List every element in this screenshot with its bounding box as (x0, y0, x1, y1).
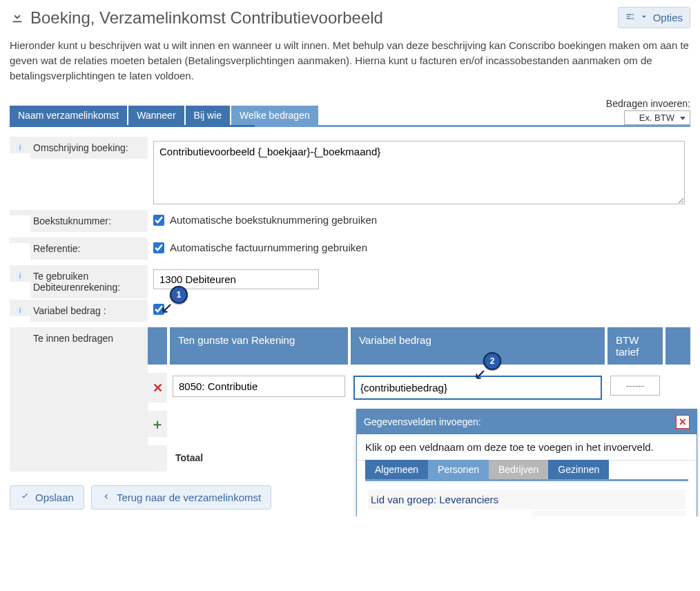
dropdown-fields: Lid van groep: Leveranciers Leeftijd 1 j… (357, 488, 697, 516)
info-placeholder (10, 238, 30, 243)
callout-1-arrow (160, 302, 173, 315)
btw-label: Bedragen invoeren: (606, 98, 690, 109)
tabs-row: Naam verzamelinkomst Wanneer Bij wie Wel… (10, 98, 690, 125)
dd-field[interactable]: Lid van groep: Leveranciers (368, 490, 686, 510)
row-boekstuk: Boekstuknummer: Automatische boekstuknum… (10, 210, 690, 238)
omschrijving-label: Omschrijving boeking: (30, 137, 148, 159)
row-omschrijving: i Omschrijving boeking: (10, 137, 690, 210)
info-icon[interactable]: i (10, 300, 30, 316)
fields-dropdown-panel: Gegevensvelden invoegen: ✕ Klik op een v… (356, 409, 697, 516)
dd-field[interactable]: Contributiebedrag (532, 511, 686, 516)
svg-text:i: i (19, 273, 21, 280)
btw-select[interactable]: Ex. BTW (624, 110, 690, 125)
sliders-icon (625, 12, 635, 23)
referentie-label: Referentie: (30, 238, 148, 260)
svg-text:i: i (19, 145, 21, 152)
header-left: Boeking, Verzamelinkomst Contributievoor… (10, 8, 383, 28)
info-placeholder (10, 210, 30, 215)
dropdown-tabs-underline (365, 479, 688, 481)
tabs-underline (10, 125, 690, 127)
head-rekening: Ten gunste van Rekening (170, 327, 348, 365)
referentie-check-label: Automatische factuurnummering gebruiken (170, 242, 367, 253)
add-row-button[interactable]: ＋ (148, 411, 167, 437)
back-button[interactable]: Terug naar de verzamelinkomst (91, 485, 271, 510)
btw-input[interactable] (610, 376, 660, 396)
dropdown-hint: Klik op een veldnaam om deze toe te voeg… (357, 434, 697, 461)
row-referentie: Referentie: Automatische factuurnummerin… (10, 238, 690, 265)
totaal-label: Totaal (170, 445, 348, 472)
back-label: Terug naar de verzamelinkomst (117, 492, 261, 503)
dd-tab-algemeen[interactable]: Algemeen (365, 460, 428, 479)
callout-1: 1 (170, 286, 188, 304)
options-label: Opties (653, 12, 683, 23)
boekstuk-checkbox[interactable] (153, 215, 164, 226)
main-tabs: Naam verzamelinkomst Wanneer Bij wie Wel… (10, 106, 318, 125)
innen-label: Te innen bedragen (30, 327, 148, 472)
omschrijving-input[interactable] (153, 141, 685, 204)
referentie-checkbox[interactable] (153, 242, 164, 253)
dropdown-title: Gegevensvelden invoegen: (364, 416, 481, 427)
info-placeholder (10, 327, 30, 472)
page-title: Boeking, Verzamelinkomst Contributievoor… (30, 8, 383, 28)
info-icon[interactable]: i (10, 265, 30, 282)
head-variabel: Variabel bedrag (351, 327, 605, 365)
dropdown-close-button[interactable]: ✕ (676, 415, 690, 429)
arrow-left-icon (101, 492, 111, 503)
boekstuk-label: Boekstuknummer: (30, 210, 148, 232)
rekening-input[interactable] (173, 376, 345, 397)
chevron-down-icon (639, 12, 649, 23)
variabel-label: Variabel bedrag : (30, 300, 148, 322)
btw-select-group: Bedragen invoeren: Ex. BTW (606, 98, 690, 125)
info-icon[interactable]: i (10, 137, 30, 153)
callout-2-arrow (474, 369, 486, 381)
dd-tab-gezinnen[interactable]: Gezinnen (548, 460, 609, 479)
row-variabel: i Variabel bedrag : (10, 300, 690, 327)
amounts-row: ✕ (148, 373, 690, 403)
debiteuren-label: Te gebruiken Debiteurenrekening: (30, 265, 148, 298)
download-icon (10, 9, 25, 26)
boekstuk-check-label: Automatische boekstuknummering gebruiken (170, 214, 377, 226)
dropdown-header: Gegevensvelden invoegen: ✕ (357, 409, 697, 434)
save-button[interactable]: Opslaan (10, 485, 84, 510)
tab-naam[interactable]: Naam verzamelinkomst (10, 106, 127, 125)
dropdown-tabs: Algemeen Personen Bedrijven Gezinnen (357, 460, 697, 479)
row-debiteuren: i Te gebruiken Debiteurenrekening: (10, 265, 690, 300)
head-del (665, 327, 690, 365)
tab-bijwie[interactable]: Bij wie (186, 106, 230, 125)
options-button[interactable]: Opties (618, 7, 690, 28)
page-header: Boeking, Verzamelinkomst Contributievoor… (10, 7, 690, 28)
intro-text: Hieronder kunt u beschrijven wat u wilt … (10, 38, 690, 83)
head-btw: BTW tarief (607, 327, 663, 365)
remove-row-button[interactable]: ✕ (148, 373, 167, 403)
dd-tab-personen[interactable]: Personen (428, 460, 489, 479)
tab-wanneer[interactable]: Wanneer (128, 106, 184, 125)
svg-text:i: i (19, 308, 21, 315)
check-icon (20, 492, 30, 503)
amounts-header: Ten gunste van Rekening Variabel bedrag … (148, 327, 690, 365)
callout-2: 2 (483, 352, 501, 370)
head-btncol (148, 327, 167, 365)
tab-welkebedragen[interactable]: Welke bedragen (231, 106, 318, 125)
save-label: Opslaan (35, 492, 74, 503)
dd-field[interactable]: Leeftijd 1 januari (368, 511, 521, 516)
dd-tab-bedrijven[interactable]: Bedrijven (489, 460, 548, 479)
